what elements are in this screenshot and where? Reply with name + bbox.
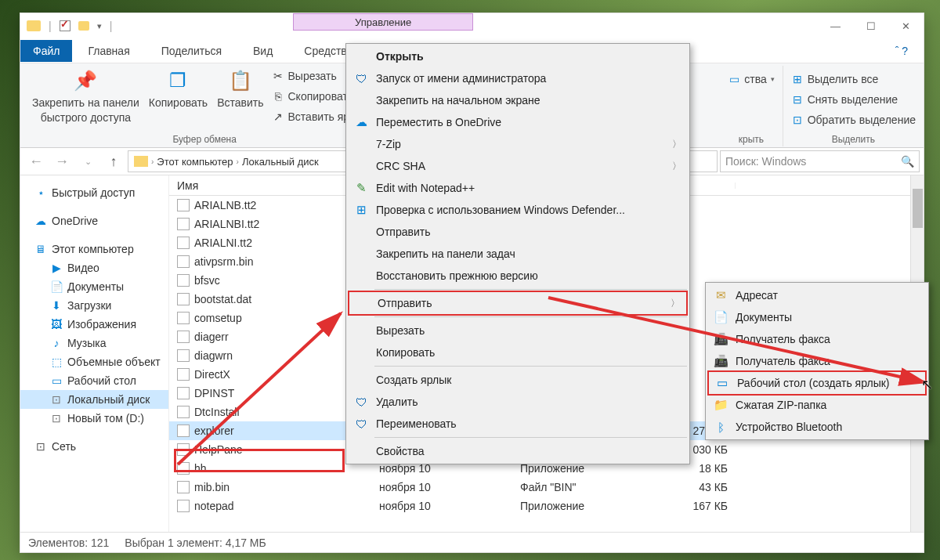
- tab-share[interactable]: Поделиться: [146, 40, 237, 62]
- sidebar-item[interactable]: ▭Рабочий стол: [20, 371, 168, 390]
- menu-item[interactable]: ✎Edit with Notepad++: [348, 177, 688, 199]
- menu-item[interactable]: ⊞Проверка с использованием Windows Defen…: [348, 199, 688, 221]
- doc-icon: ▭: [728, 73, 740, 85]
- pin-button[interactable]: 📌Закрепить на панели быстрого доступа: [27, 66, 144, 128]
- sidebar-label: Документы: [67, 280, 124, 293]
- sidebar-label: Музыка: [67, 337, 107, 349]
- close-button[interactable]: ✕: [888, 14, 924, 38]
- up-button[interactable]: ↑: [102, 150, 125, 172]
- paste-label: Вставить: [217, 96, 263, 110]
- menu-item[interactable]: ✉Адресат: [707, 284, 927, 306]
- invert-button[interactable]: ⊡Обратить выделение: [788, 110, 919, 130]
- sidebar-icon: ♪: [50, 337, 63, 349]
- column-name[interactable]: Имяˆ: [169, 176, 371, 195]
- menu-item[interactable]: ᛒУстройство Bluetooth: [707, 416, 927, 438]
- crumb-drive[interactable]: Локальный диск: [239, 156, 322, 168]
- menu-item[interactable]: 🛡Переименовать: [348, 413, 688, 435]
- file-icon: [177, 425, 190, 437]
- menu-icon: ᛒ: [714, 420, 728, 434]
- menu-icon: 📠: [714, 332, 728, 346]
- crumb-this-pc[interactable]: Этот компьютер: [154, 156, 236, 168]
- menu-icon: 📁: [714, 398, 728, 412]
- sidebar-item[interactable]: ⬇Загрузки: [20, 296, 168, 315]
- menu-item[interactable]: Закрепить на панели задач: [348, 243, 688, 265]
- menu-item[interactable]: Копировать: [348, 341, 688, 363]
- new-folder-icon[interactable]: [78, 21, 89, 31]
- deselect-button[interactable]: ⊟Снять выделение: [788, 89, 919, 110]
- submenu-arrow-icon: 〉: [672, 138, 682, 151]
- menu-label: Отправить: [376, 226, 430, 238]
- menu-item[interactable]: 📠Получатель факса: [707, 350, 927, 372]
- paste-button[interactable]: 📋Вставить: [212, 66, 268, 113]
- sidebar-item[interactable]: 🖼Изображения: [20, 315, 168, 334]
- back-button[interactable]: ←: [24, 150, 48, 172]
- sidebar-item[interactable]: 📄Документы: [20, 277, 168, 296]
- sidebar-item[interactable]: 🖥Этот компьютер: [20, 240, 168, 258]
- file-tab[interactable]: Файл: [20, 40, 72, 62]
- file-row[interactable]: mib.binноября 10Файл "BIN"43 КБ: [169, 478, 924, 497]
- menu-label: Удалить: [376, 396, 418, 408]
- qat-chevron-down-icon[interactable]: ▾: [97, 21, 102, 31]
- sidebar-item[interactable]: ⬚Объемные объект: [20, 352, 168, 371]
- sendto-submenu: ✉Адресат📄Документы📠Получатель факса📠Полу…: [705, 282, 929, 440]
- forward-button[interactable]: →: [50, 150, 74, 172]
- pin-label: Закрепить на панели быстрого доступа: [32, 96, 139, 125]
- menu-label: Адресат: [736, 289, 778, 302]
- sidebar-icon: ⬇: [50, 299, 63, 312]
- menu-item[interactable]: ☁Переместить в OneDrive: [348, 111, 688, 133]
- menu-item[interactable]: Отправить: [348, 221, 688, 243]
- sidebar-item[interactable]: ⊡Сеть: [20, 437, 168, 456]
- sidebar-item[interactable]: ▶Видео: [20, 258, 168, 277]
- menu-item[interactable]: 📄Документы: [707, 306, 927, 328]
- path-icon: ⎘: [272, 90, 284, 103]
- folder-icon: [27, 20, 41, 31]
- sidebar-label: Видео: [67, 262, 99, 274]
- file-icon: [177, 387, 190, 399]
- sidebar-label: Объемные объект: [67, 356, 161, 368]
- menu-item[interactable]: 🛡Удалить: [348, 391, 688, 413]
- file-icon: [177, 368, 190, 381]
- recent-chevron-icon[interactable]: ⌄: [76, 150, 99, 172]
- menu-item[interactable]: CRC SHA〉: [348, 155, 688, 177]
- shortcut-icon: ↗: [272, 110, 284, 123]
- minimize-button[interactable]: ―: [818, 14, 853, 38]
- menu-item[interactable]: Отправить〉: [348, 291, 688, 316]
- menu-item[interactable]: 📁Сжатая ZIP-папка: [707, 394, 927, 416]
- annotation-box-explorer: [174, 449, 345, 472]
- select-all-button[interactable]: ⊞Выделить все: [788, 69, 919, 89]
- menu-item[interactable]: Свойства: [348, 440, 688, 462]
- help-icon[interactable]: ˆ ?: [880, 45, 924, 57]
- navigation-sidebar: ⋆Быстрый доступ☁OneDrive🖥Этот компьютер▶…: [20, 175, 169, 532]
- menu-item[interactable]: Закрепить на начальном экране: [348, 89, 688, 111]
- props-button[interactable]: ▭ства▾: [725, 69, 777, 89]
- menu-item[interactable]: ▭Рабочий стол (создать ярлык): [707, 370, 927, 396]
- file-icon: [177, 274, 190, 287]
- menu-item[interactable]: Восстановить прежнюю версию: [348, 265, 688, 287]
- sidebar-item[interactable]: ⋆Быстрый доступ: [20, 183, 168, 202]
- file-icon: [177, 406, 190, 418]
- sidebar-item[interactable]: ♪Музыка: [20, 334, 168, 352]
- tab-home[interactable]: Главная: [72, 40, 145, 62]
- properties-icon[interactable]: [60, 20, 70, 31]
- file-row[interactable]: notepadноября 10Приложение167 КБ: [169, 497, 924, 515]
- search-input[interactable]: Поиск: Windows 🔍: [720, 150, 920, 172]
- menu-separator: [374, 437, 687, 438]
- sidebar-item[interactable]: ⊡Новый том (D:): [20, 409, 168, 428]
- menu-separator: [374, 366, 687, 367]
- tab-view[interactable]: Вид: [237, 40, 288, 62]
- menu-item[interactable]: Создать ярлык: [348, 369, 688, 391]
- file-icon: [177, 199, 190, 211]
- contextual-tab-label[interactable]: Управление: [293, 13, 473, 31]
- menu-item[interactable]: Открыть: [348, 45, 688, 67]
- sidebar-item[interactable]: ⊡Локальный диск: [20, 390, 168, 409]
- sidebar-item[interactable]: ☁OneDrive: [20, 211, 168, 230]
- menu-item[interactable]: 7-Zip〉: [348, 133, 688, 155]
- menu-label: 7-Zip: [376, 138, 401, 150]
- copy-button[interactable]: ❐Копировать: [144, 66, 212, 113]
- file-icon: [177, 237, 190, 249]
- menu-icon: ✎: [354, 181, 368, 195]
- menu-item[interactable]: 📠Получатель факса: [707, 328, 927, 350]
- maximize-button[interactable]: ☐: [853, 14, 888, 38]
- menu-item[interactable]: 🛡Запуск от имени администратора: [348, 67, 688, 89]
- menu-item[interactable]: Вырезать: [348, 320, 688, 341]
